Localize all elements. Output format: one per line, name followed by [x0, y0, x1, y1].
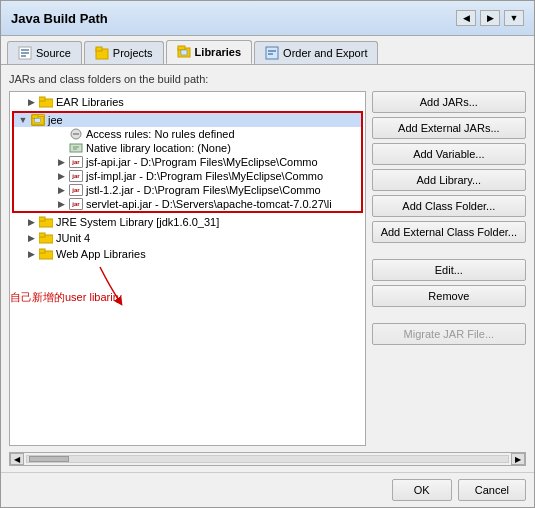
svg-rect-5	[96, 47, 102, 51]
jsf-api-label: jsf-api.jar - D:\Program Files\MyEclipse…	[86, 156, 318, 168]
junit-label: JUnit 4	[56, 232, 90, 244]
bottom-bar: OK Cancel	[1, 472, 534, 507]
menu-btn[interactable]: ▼	[504, 10, 524, 26]
jre-folder-icon	[39, 215, 53, 229]
content-area: JARs and class folders on the build path…	[1, 64, 534, 472]
expand-jstl: ▶	[56, 185, 66, 195]
java-build-path-dialog: Java Build Path ◀ ▶ ▼ Source Projects Li…	[0, 0, 535, 508]
native-library-label: Native library location: (None)	[86, 142, 231, 154]
expand-servlet: ▶	[56, 199, 66, 209]
add-class-folder-button[interactable]: Add Class Folder...	[372, 195, 526, 217]
jee-group-box: ▼ jee ▶ Access rules: No rules defined	[12, 111, 363, 213]
native-lib-icon	[69, 142, 83, 154]
expand-arrow-ear: ▶	[26, 97, 36, 107]
btn-spacer-2	[372, 311, 526, 319]
add-external-jars-button[interactable]: Add External JARs...	[372, 117, 526, 139]
tab-source-label: Source	[36, 47, 71, 59]
dialog-title: Java Build Path	[11, 11, 108, 26]
annotation-arrow-svg	[90, 262, 170, 312]
svg-rect-8	[181, 50, 187, 55]
forward-btn[interactable]: ▶	[480, 10, 500, 26]
libraries-icon	[177, 45, 191, 59]
scrollbar-thumb[interactable]	[29, 456, 69, 462]
expand-jsf-api: ▶	[56, 157, 66, 167]
expand-webapp: ▶	[26, 249, 36, 259]
description-text: JARs and class folders on the build path…	[9, 71, 526, 87]
source-icon	[18, 46, 32, 60]
jsf-api-icon: jar	[69, 156, 83, 168]
servlet-api-label: servlet-api.jar - D:\Servers\apache-tomc…	[86, 198, 332, 210]
tree-item-native-lib[interactable]: ▶ Native library location: (None)	[14, 141, 361, 155]
jstl-label: jstl-1.2.jar - D:\Program Files\MyEclips…	[86, 184, 321, 196]
svg-rect-13	[39, 97, 45, 101]
access-rules-label: Access rules: No rules defined	[86, 128, 235, 140]
servlet-api-icon: jar	[69, 198, 83, 210]
jstl-icon: jar	[69, 184, 83, 196]
tree-item-junit[interactable]: ▶ JUnit 4	[10, 230, 365, 246]
tree-item-jee[interactable]: ▼ jee	[14, 113, 361, 127]
svg-rect-23	[39, 217, 45, 221]
tab-order-export[interactable]: Order and Export	[254, 41, 378, 64]
ok-button[interactable]: OK	[392, 479, 452, 501]
jee-lib-icon	[31, 114, 45, 126]
expand-junit: ▶	[26, 233, 36, 243]
horizontal-scrollbar[interactable]: ◀ ▶	[9, 452, 526, 466]
tabs-bar: Source Projects Libraries Order and Expo…	[1, 36, 534, 64]
svg-rect-27	[39, 249, 45, 253]
tab-libraries-label: Libraries	[195, 46, 241, 58]
jre-label: JRE System Library [jdk1.6.0_31]	[56, 216, 219, 228]
tree-item-access-rules[interactable]: ▶ Access rules: No rules defined	[14, 127, 361, 141]
expand-arrow-jee: ▼	[18, 115, 28, 125]
tree-item-jstl[interactable]: ▶ jar jstl-1.2.jar - D:\Program Files\My…	[14, 183, 361, 197]
svg-rect-15	[32, 115, 38, 118]
svg-rect-19	[70, 144, 82, 152]
svg-rect-25	[39, 233, 45, 237]
tree-item-jsf-impl[interactable]: ▶ jar jsf-impl.jar - D:\Program Files\My…	[14, 169, 361, 183]
tab-projects[interactable]: Projects	[84, 41, 164, 64]
annotation-area: 自己新增的user libariry	[10, 262, 365, 312]
jee-label: jee	[48, 114, 63, 126]
scroll-right-btn[interactable]: ▶	[511, 453, 525, 465]
btn-spacer-1	[372, 247, 526, 255]
webapp-libs-label: Web App Libraries	[56, 248, 146, 260]
add-external-class-folder-button[interactable]: Add External Class Folder...	[372, 221, 526, 243]
ear-libraries-label: EAR Libraries	[56, 96, 124, 108]
migrate-jar-button[interactable]: Migrate JAR File...	[372, 323, 526, 345]
tree-item-jre[interactable]: ▶ JRE System Library [jdk1.6.0_31]	[10, 214, 365, 230]
tab-projects-label: Projects	[113, 47, 153, 59]
add-variable-button[interactable]: Add Variable...	[372, 143, 526, 165]
edit-button[interactable]: Edit...	[372, 259, 526, 281]
annotation-label: 自己新增的user libariry	[10, 290, 122, 305]
tree-item-ear[interactable]: ▶ EAR Libraries	[10, 94, 365, 110]
tree-item-webapp-libs[interactable]: ▶ Web App Libraries	[10, 246, 365, 262]
ear-folder-icon	[39, 95, 53, 109]
cancel-button[interactable]: Cancel	[458, 479, 526, 501]
tree-item-servlet-api[interactable]: ▶ jar servlet-api.jar - D:\Servers\apach…	[14, 197, 361, 211]
svg-rect-7	[178, 46, 185, 50]
access-rule-icon	[69, 128, 83, 140]
tab-order-label: Order and Export	[283, 47, 367, 59]
tree-item-jsf-api[interactable]: ▶ jar jsf-api.jar - D:\Program Files\MyE…	[14, 155, 361, 169]
add-jars-button[interactable]: Add JARs...	[372, 91, 526, 113]
svg-rect-16	[35, 118, 41, 122]
title-buttons: ◀ ▶ ▼	[456, 10, 524, 26]
webapp-folder-icon	[39, 247, 53, 261]
projects-icon	[95, 46, 109, 60]
main-section: ▶ EAR Libraries ▼ jee	[9, 91, 526, 446]
junit-folder-icon	[39, 231, 53, 245]
jsf-impl-label: jsf-impl.jar - D:\Program Files\MyEclips…	[86, 170, 323, 182]
remove-button[interactable]: Remove	[372, 285, 526, 307]
order-icon	[265, 46, 279, 60]
scroll-left-btn[interactable]: ◀	[10, 453, 24, 465]
add-library-button[interactable]: Add Library...	[372, 169, 526, 191]
expand-jre: ▶	[26, 217, 36, 227]
tab-source[interactable]: Source	[7, 41, 82, 64]
scrollbar-track	[26, 455, 509, 463]
tree-panel[interactable]: ▶ EAR Libraries ▼ jee	[9, 91, 366, 446]
right-buttons-panel: Add JARs... Add External JARs... Add Var…	[372, 91, 526, 446]
expand-jsf-impl: ▶	[56, 171, 66, 181]
svg-rect-9	[266, 47, 278, 59]
tab-libraries[interactable]: Libraries	[166, 40, 252, 64]
jsf-impl-icon: jar	[69, 170, 83, 182]
back-btn[interactable]: ◀	[456, 10, 476, 26]
